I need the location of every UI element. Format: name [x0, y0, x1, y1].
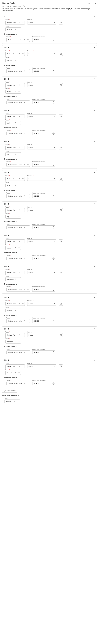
- then-type-combo[interactable]: Custom numeric value✕: [6, 288, 30, 292]
- drag-handle-icon[interactable]: ⋮⋮⋮⋮: [3, 274, 5, 276]
- numeric-value-field[interactable]: [32, 257, 52, 260]
- drag-handle-icon[interactable]: ⋮⋮⋮⋮: [3, 243, 5, 244]
- chevron-down-icon[interactable]: [26, 163, 30, 167]
- chevron-down-icon[interactable]: [91, 2, 93, 5]
- chevron-down-icon[interactable]: [26, 194, 30, 198]
- chevron-down-icon[interactable]: [26, 132, 30, 136]
- clear-icon[interactable]: ✕: [24, 164, 25, 166]
- then-type-combo[interactable]: Custom numeric value✕: [6, 38, 30, 42]
- gear-icon[interactable]: [59, 240, 63, 243]
- chevron-down-icon[interactable]: [17, 215, 21, 218]
- numeric-value-input[interactable]: ▲ ▼: [32, 100, 55, 104]
- close-icon[interactable]: ×: [94, 109, 95, 111]
- numeric-value-input[interactable]: ▲ ▼: [32, 226, 55, 229]
- clear-icon[interactable]: ✕: [19, 147, 20, 148]
- month-value-combo[interactable]: February✕: [5, 59, 21, 62]
- close-icon[interactable]: ✕: [94, 2, 97, 5]
- numeric-value-input[interactable]: ▲ ▼: [32, 69, 55, 73]
- numeric-value-input[interactable]: ▲ ▼: [32, 38, 55, 42]
- numeric-value-field[interactable]: [32, 319, 52, 323]
- drag-handle-icon[interactable]: ⋮⋮⋮⋮: [3, 149, 5, 150]
- numeric-value-field[interactable]: [32, 382, 52, 385]
- criterion-select[interactable]: Equals: [27, 52, 56, 56]
- then-type-combo[interactable]: Custom numeric value✕: [6, 319, 30, 323]
- value-dimension-combo[interactable]: Month of Year✕: [5, 146, 25, 150]
- value-dimension-combo[interactable]: Month of Year✕: [5, 21, 25, 24]
- month-value-combo[interactable]: July✕: [5, 215, 21, 218]
- month-value-combo[interactable]: October✕: [5, 308, 21, 312]
- value-dimension-combo[interactable]: Month of Year✕: [5, 302, 25, 306]
- clear-icon[interactable]: ✕: [15, 28, 16, 30]
- step-down-icon[interactable]: ▼: [52, 165, 55, 167]
- numeric-value-field[interactable]: [32, 69, 52, 73]
- step-up-icon[interactable]: ▲: [52, 194, 55, 196]
- clear-icon[interactable]: ✕: [15, 184, 16, 186]
- clear-icon[interactable]: ✕: [24, 133, 25, 134]
- numeric-value-field[interactable]: [32, 38, 52, 42]
- numeric-value-input[interactable]: ▲ ▼: [32, 194, 55, 198]
- value-dimension-combo[interactable]: Month of Year✕: [5, 271, 25, 274]
- step-down-icon[interactable]: ▼: [52, 383, 55, 385]
- clear-icon[interactable]: ✕: [24, 195, 25, 197]
- chevron-down-icon[interactable]: [17, 277, 21, 281]
- step-up-icon[interactable]: ▲: [52, 132, 55, 134]
- chevron-down-icon[interactable]: [21, 21, 25, 24]
- close-icon[interactable]: ×: [94, 328, 95, 330]
- gear-icon[interactable]: [59, 146, 63, 150]
- clear-icon[interactable]: ✕: [24, 226, 25, 228]
- chevron-down-icon[interactable]: [17, 90, 21, 94]
- month-value-combo[interactable]: April✕: [5, 121, 21, 125]
- then-type-combo[interactable]: Custom numeric value✕: [6, 257, 30, 260]
- step-up-icon[interactable]: ▲: [52, 319, 55, 321]
- clear-icon[interactable]: ✕: [24, 258, 25, 259]
- month-value-combo[interactable]: May✕: [5, 152, 21, 156]
- close-icon[interactable]: ×: [94, 78, 95, 80]
- step-up-icon[interactable]: ▲: [52, 100, 55, 102]
- numeric-value-input[interactable]: ▲ ▼: [32, 163, 55, 167]
- gear-icon[interactable]: [59, 333, 63, 337]
- value-dimension-combo[interactable]: Month of Year✕: [5, 208, 25, 212]
- clear-icon[interactable]: ✕: [19, 116, 20, 117]
- gear-icon[interactable]: [59, 208, 63, 212]
- chevron-down-icon[interactable]: [17, 152, 21, 156]
- criterion-select[interactable]: Equals: [27, 240, 56, 243]
- criterion-select[interactable]: Equals: [27, 21, 56, 24]
- clear-icon[interactable]: ✕: [24, 70, 25, 72]
- chevron-down-icon[interactable]: [26, 100, 30, 104]
- numeric-value-field[interactable]: [32, 100, 52, 104]
- close-icon[interactable]: ×: [94, 172, 95, 174]
- step-down-icon[interactable]: ▼: [52, 290, 55, 292]
- then-type-combo[interactable]: Custom numeric value✕: [6, 69, 30, 73]
- criterion-select[interactable]: Equals: [27, 208, 56, 212]
- gear-icon[interactable]: [59, 364, 63, 368]
- numeric-value-field[interactable]: [32, 350, 52, 354]
- gear-icon[interactable]: [59, 271, 63, 274]
- chevron-down-icon[interactable]: [26, 382, 30, 385]
- chevron-down-icon[interactable]: [21, 52, 25, 56]
- chevron-down-icon[interactable]: [21, 177, 25, 181]
- chevron-down-icon[interactable]: [26, 288, 30, 292]
- numeric-value-input[interactable]: ▲ ▼: [32, 132, 55, 136]
- chevron-down-icon[interactable]: [21, 146, 25, 150]
- criterion-select[interactable]: Equals: [27, 364, 56, 368]
- value-dimension-combo[interactable]: Month of Year✕: [5, 83, 25, 87]
- criterion-select[interactable]: Equals: [27, 177, 56, 181]
- numeric-value-field[interactable]: [32, 163, 52, 167]
- drag-handle-icon[interactable]: ⋮⋮⋮⋮: [3, 212, 5, 213]
- drag-handle-icon[interactable]: ⋮⋮⋮⋮: [3, 24, 5, 26]
- clear-icon[interactable]: ✕: [15, 91, 16, 92]
- chevron-down-icon[interactable]: [17, 28, 21, 31]
- otherwise-value-combo[interactable]: No value✕: [4, 400, 97, 403]
- chevron-down-icon[interactable]: [21, 208, 25, 212]
- clear-icon[interactable]: ✕: [15, 372, 16, 374]
- close-icon[interactable]: ×: [94, 140, 95, 142]
- step-down-icon[interactable]: ▼: [52, 196, 55, 198]
- month-value-combo[interactable]: December✕: [5, 371, 21, 375]
- chevron-down-icon[interactable]: [17, 184, 21, 187]
- close-icon[interactable]: ×: [94, 359, 95, 361]
- step-up-icon[interactable]: ▲: [52, 257, 55, 258]
- value-dimension-combo[interactable]: Month of Year✕: [5, 52, 25, 56]
- numeric-value-input[interactable]: ▲ ▼: [32, 350, 55, 354]
- then-type-combo[interactable]: Custom numeric value✕: [6, 100, 30, 104]
- month-value-combo[interactable]: August✕: [5, 246, 21, 250]
